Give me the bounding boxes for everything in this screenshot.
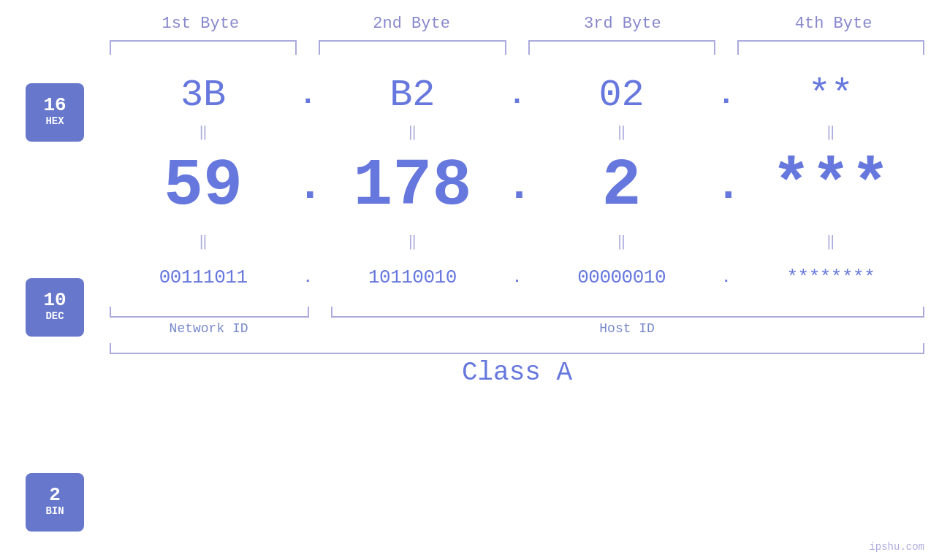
equals-row-1: ‖ ‖ ‖ ‖ [95, 120, 939, 142]
byte-header-1: 1st Byte [95, 15, 306, 40]
bracket-2 [319, 40, 506, 55]
dec-dot-2: . [506, 161, 528, 211]
dec-value-2: 178 [319, 149, 506, 223]
badge-dec: 10 DEC [26, 278, 84, 337]
bin-dot-2: . [506, 269, 528, 286]
dec-value-1: 59 [110, 149, 297, 223]
bin-row: 00111011 . 10110010 . 00000010 . *******… [95, 252, 939, 303]
byte-header-3: 3rd Byte [517, 15, 729, 40]
hex-dot-1: . [297, 79, 319, 112]
byte-header-4: 4th Byte [728, 15, 939, 40]
hex-value-4: ** [737, 74, 924, 117]
bin-value-1: 00111011 [110, 266, 297, 288]
dec-dot-3: . [715, 161, 737, 211]
hex-value-3: 02 [528, 74, 715, 117]
bracket-3 [528, 40, 715, 55]
bracket-1 [110, 40, 297, 55]
watermark: ipshu.com [869, 541, 924, 553]
network-id-label: Network ID [110, 321, 308, 336]
dec-row: 59 . 178 . 2 . *** [95, 142, 939, 230]
dec-value-3: 2 [528, 149, 715, 223]
bin-value-2: 10110010 [319, 266, 506, 288]
badge-bin: 2 BIN [26, 473, 84, 532]
hex-dot-2: . [506, 79, 528, 112]
host-id-label: Host ID [330, 321, 924, 336]
dec-dot-1: . [297, 161, 319, 211]
dec-value-4: *** [737, 149, 924, 223]
bin-dot-1: . [297, 269, 319, 286]
hex-dot-3: . [715, 79, 737, 112]
equals-row-2: ‖ ‖ ‖ ‖ [95, 230, 939, 252]
hex-value-1: 3B [110, 74, 297, 117]
byte-header-2: 2nd Byte [306, 15, 517, 40]
hex-value-2: B2 [319, 74, 506, 117]
main-container: 1st Byte 2nd Byte 3rd Byte 4th Byte 16 [0, 0, 939, 560]
bracket-4 [737, 40, 924, 55]
hex-row: 3B . B2 . 02 . ** [95, 62, 939, 120]
badge-column: 16 HEX 10 DEC 2 BIN [0, 55, 95, 560]
bin-value-4: ******** [737, 266, 924, 288]
class-bracket [110, 343, 924, 354]
bin-dot-3: . [715, 269, 737, 286]
badge-hex: 16 HEX [26, 83, 84, 142]
bin-value-3: 00000010 [528, 266, 715, 288]
class-label: Class A [95, 354, 939, 388]
